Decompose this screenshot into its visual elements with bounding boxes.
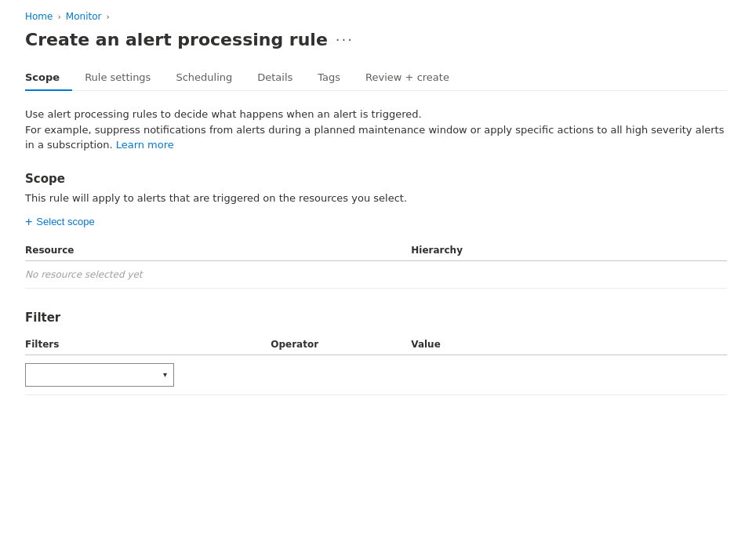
resource-empty-row: No resource selected yet — [25, 260, 727, 288]
scope-heading: Scope — [25, 172, 727, 186]
filter-dropdown-container[interactable]: ▾ — [25, 363, 174, 387]
learn-more-link[interactable]: Learn more — [116, 139, 174, 151]
operator-cell — [271, 355, 411, 395]
breadcrumb-sep-1: › — [57, 12, 60, 22]
filter-table: Filters Operator Value ▾ — [25, 334, 727, 395]
tab-details[interactable]: Details — [245, 65, 305, 91]
info-text: Use alert processing rules to decide wha… — [25, 107, 727, 153]
resource-empty-text: No resource selected yet — [25, 260, 727, 288]
tab-tags[interactable]: Tags — [305, 65, 353, 91]
breadcrumb-home[interactable]: Home — [25, 11, 53, 22]
operator-col-header: Operator — [271, 334, 411, 355]
tab-rule-settings[interactable]: Rule settings — [72, 65, 163, 91]
resource-col-header: Resource — [25, 240, 411, 261]
filter-dropdown-cell: ▾ — [25, 355, 271, 395]
info-line1: Use alert processing rules to decide wha… — [25, 107, 727, 122]
resource-table: Resource Hierarchy No resource selected … — [25, 240, 727, 289]
scope-description: This rule will apply to alerts that are … — [25, 192, 727, 204]
select-scope-label: Select scope — [36, 216, 94, 227]
tab-scope[interactable]: Scope — [25, 65, 72, 91]
page-title: Create an alert processing rule — [25, 30, 328, 49]
filter-dropdown[interactable] — [26, 364, 173, 386]
page-title-row: Create an alert processing rule ··· — [25, 30, 727, 49]
hierarchy-col-header: Hierarchy — [411, 240, 727, 261]
value-cell — [411, 355, 727, 395]
breadcrumb: Home › Monitor › — [25, 11, 727, 22]
filter-section: Filter Filters Operator Value ▾ — [25, 311, 727, 395]
page-options-button[interactable]: ··· — [336, 31, 354, 48]
info-line2: For example, suppress notifications from… — [25, 122, 727, 153]
filters-col-header: Filters — [25, 334, 271, 355]
plus-icon: + — [25, 215, 32, 229]
filter-heading: Filter — [25, 311, 727, 325]
scope-section: Scope This rule will apply to alerts tha… — [25, 172, 727, 289]
breadcrumb-sep-2: › — [106, 12, 109, 22]
tabs-nav: Scope Rule settings Scheduling Details T… — [25, 65, 727, 91]
filter-row: ▾ — [25, 355, 727, 395]
select-scope-button[interactable]: + Select scope — [25, 215, 95, 229]
tab-review-create[interactable]: Review + create — [353, 65, 462, 91]
breadcrumb-monitor[interactable]: Monitor — [66, 11, 102, 22]
tab-scheduling[interactable]: Scheduling — [163, 65, 245, 91]
value-col-header: Value — [411, 334, 727, 355]
